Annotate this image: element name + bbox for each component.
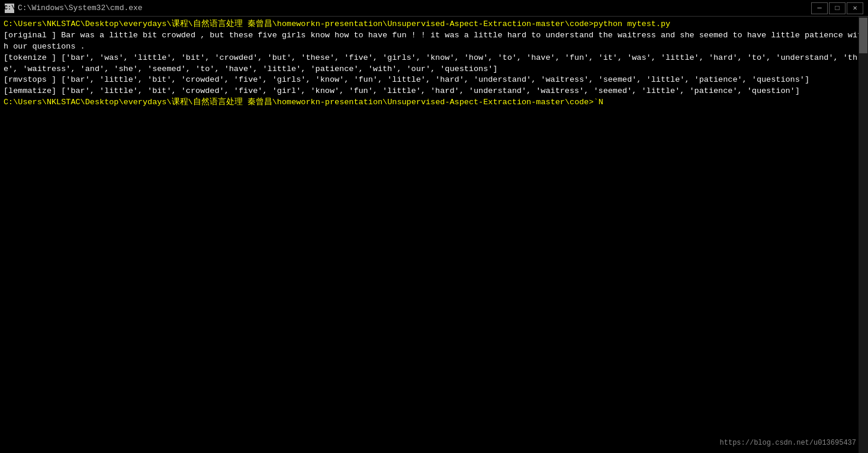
console-line-tokenize-label: [tokenize ] ['bar', 'was', 'little', 'bi… [4,53,864,75]
cmd-icon: C:\ [5,4,14,13]
console-line-lemmatize-label: [lemmatize] ['bar', 'little', 'bit', 'cr… [4,86,864,97]
close-button[interactable]: ✕ [847,2,863,14]
console-line-path-line-2: C:\Users\NKLSTAC\Desktop\everydays\课程\自然… [4,97,864,108]
title-bar: C:\ C:\Windows\System32\cmd.exe — □ ✕ [0,0,868,17]
scrollbar-thumb[interactable] [859,18,867,53]
console-line-original-label: [original ] Bar was a little bit crowded… [4,30,864,53]
console-line-path-line: C:\Users\NKLSTAC\Desktop\everydays\课程\自然… [4,19,864,30]
console-lines: C:\Users\NKLSTAC\Desktop\everydays\课程\自然… [4,19,864,108]
minimize-button[interactable]: — [811,2,828,14]
console-line-rmvstops-label: [rmvstops ] ['bar', 'little', 'bit', 'cr… [4,75,864,86]
window-controls: — □ ✕ [811,2,863,14]
console-output: C:\Users\NKLSTAC\Desktop\everydays\课程\自然… [0,17,868,453]
cmd-window: C:\ C:\Windows\System32\cmd.exe — □ ✕ C:… [0,0,868,453]
restore-button[interactable]: □ [829,2,846,14]
window-title: C:\Windows\System32\cmd.exe [18,4,811,12]
scrollbar[interactable] [859,17,868,453]
watermark: https://blog.csdn.net/u013695437 [720,438,856,448]
